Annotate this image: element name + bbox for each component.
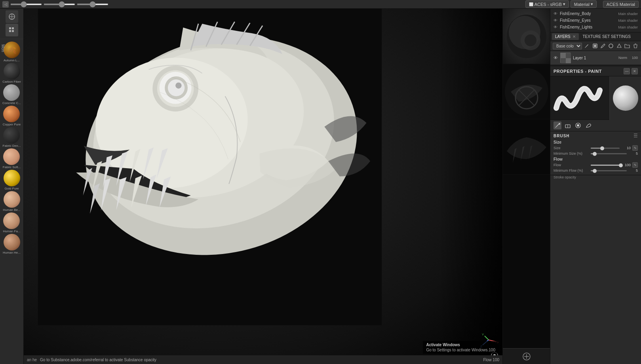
material-item-fabric-den[interactable]: Fabric Den... [3, 127, 21, 148]
mon-label: Mon [0, 44, 6, 53]
pm-fill-icon[interactable] [574, 121, 582, 129]
layer-tool-paintbrush[interactable] [584, 42, 590, 49]
pm-smudge-icon[interactable] [584, 121, 592, 129]
camera-label: ACES Material [603, 1, 639, 8]
brush-stroke-preview [550, 76, 609, 119]
base-color-select[interactable]: Base colo [553, 43, 582, 49]
brush-title: BRUSH [554, 134, 570, 138]
sphere-shape [613, 85, 638, 111]
layer-eye-1[interactable]: 👁 [554, 55, 558, 60]
flow-label: Flow [554, 163, 589, 167]
min-flow-value: 5 [628, 169, 638, 173]
layer-tool-circle[interactable] [608, 42, 614, 49]
layer-item-1[interactable]: 👁 Layer 1 Norm 100 [550, 51, 641, 65]
material-label-human-be: Human Be... [3, 208, 20, 212]
material-item-fabric-soft[interactable]: Fabric Soft... [3, 148, 21, 169]
shade-badge-lights: Main shader [618, 25, 638, 29]
tool-icon-1[interactable] [6, 10, 18, 23]
grid-icon[interactable] [6, 24, 18, 36]
mesh-item-lights[interactable]: 👁 FishEnemy_Lights Main shader [550, 24, 641, 30]
shade-badge-body: Main shader [618, 12, 638, 16]
pm-eraser-icon[interactable] [564, 121, 572, 129]
layer-blend-1: Norm [618, 56, 627, 60]
colorspace-selector[interactable]: ⬜ ACES - sRGB ▾ [525, 0, 569, 8]
flow-slider[interactable] [591, 165, 620, 166]
svg-rect-4 [12, 27, 14, 29]
eye-icon-body[interactable]: 👁 [554, 11, 557, 16]
thumb-rest [503, 175, 550, 348]
thumb-bottom-icon[interactable] [503, 348, 550, 364]
material-label-human-he: Human He... [3, 251, 21, 254]
tab-layers[interactable]: LAYERS ✕ [552, 33, 579, 40]
thumb-3[interactable] [503, 119, 550, 175]
stroke-opacity-label: Stroke opacity [554, 175, 576, 179]
toolbar-slider-1[interactable] [10, 4, 42, 5]
main-area: 🍂 Autumn L... Carbon Fiber Concrete C...… [0, 9, 641, 364]
material-item-human-be[interactable]: Human Be... [3, 191, 20, 212]
viewmode-selector[interactable]: Material ▾ [571, 0, 597, 8]
viewport[interactable]: X Y Z Activate Windows Go to Settings to… [24, 9, 502, 364]
svg-rect-57 [594, 45, 596, 47]
eye-icon-eyes[interactable]: 👁 [554, 18, 557, 23]
material-item-gold[interactable]: Gold Pure [4, 170, 20, 190]
material-item-copper[interactable]: Copper Pure [3, 106, 21, 126]
svg-rect-6 [12, 30, 14, 32]
svg-text:Y: Y [482, 333, 484, 336]
min-size-value: 5 [628, 152, 638, 155]
paint-mode-bar [550, 120, 641, 131]
material-item-human-he[interactable]: Human He... [3, 234, 21, 254]
top-toolbar: ◁ ⬜ ACES - sRGB ▾ Material ▾ ACES Materi… [0, 0, 641, 9]
material-item-concrete[interactable]: Concrete C... [2, 84, 21, 105]
thumb-2[interactable] [503, 64, 550, 119]
material-label-fabric-den: Fabric Den... [3, 144, 21, 148]
layer-tool-fill[interactable] [592, 42, 598, 49]
material-item-human-fa[interactable]: Human Fa... [3, 212, 20, 233]
min-flow-slider[interactable] [591, 170, 627, 171]
eye-icon-lights[interactable]: 👁 [554, 25, 557, 29]
brush-preview-area [550, 76, 641, 120]
tab-layers-close[interactable]: ✕ [573, 34, 576, 39]
size-label: Size [554, 146, 589, 150]
brush-menu-icon[interactable]: ☰ [633, 133, 638, 138]
svg-point-17 [175, 82, 181, 88]
svg-point-58 [609, 44, 613, 48]
props-close-btn[interactable]: ✕ [631, 68, 638, 74]
svg-rect-62 [566, 58, 571, 63]
properties-title: PROPERTIES - PAINT [554, 69, 602, 74]
svg-point-16 [168, 80, 185, 96]
min-size-slider[interactable] [591, 153, 627, 154]
toolbar-icon-1[interactable]: ◁ [2, 1, 9, 8]
layer-thumb-1 [560, 53, 571, 63]
layer-tool-pencil[interactable] [600, 42, 606, 49]
brush-sphere-preview [609, 76, 641, 120]
mesh-item-eyes[interactable]: 👁 FishEnemy_Eyes Main shader [550, 17, 641, 24]
win-activate-title: Activate Windows [426, 343, 495, 347]
pm-paintbrush-icon[interactable] [554, 121, 561, 129]
tab-texture-set[interactable]: TEXTURE SET SETTINGS [580, 33, 634, 40]
mesh-item-body[interactable]: 👁 FishEnemy_Body Main shader [550, 10, 641, 17]
flow-100-label: Flow 100 [483, 358, 499, 362]
size-value: 10 [621, 146, 631, 150]
size-slider[interactable] [591, 148, 620, 149]
material-label-human-fa: Human Fa... [3, 229, 20, 233]
svg-rect-61 [561, 53, 566, 58]
toolbar-slider-2[interactable] [44, 4, 75, 5]
properties-buttons: — ✕ [624, 68, 638, 74]
material-label-gold: Gold Pure [4, 187, 19, 190]
props-minimize-btn[interactable]: — [624, 68, 630, 74]
material-item-carbon[interactable]: Carbon Fiber [2, 63, 21, 83]
layer-tool-folder[interactable] [624, 42, 630, 49]
left-tool-icons [0, 10, 23, 36]
panel-tabs: LAYERS ✕ TEXTURE SET SETTINGS [550, 32, 641, 41]
layer-tool-delete[interactable] [632, 42, 639, 49]
thumb-1[interactable] [503, 9, 550, 64]
min-flow-label: Minimum Flow (%) [554, 169, 589, 173]
layer-tool-triangle[interactable] [616, 42, 622, 49]
flow-edit-btn[interactable]: ✎ [632, 162, 638, 168]
viewport-bg [24, 9, 502, 364]
size-edit-btn[interactable]: ✎ [632, 145, 638, 151]
toolbar-slider-3[interactable] [77, 4, 108, 5]
left-material-panel: 🍂 Autumn L... Carbon Fiber Concrete C...… [0, 9, 24, 364]
right-thumbnail-strip [502, 9, 550, 364]
mesh-name-lights: FishEnemy_Lights [560, 25, 592, 29]
